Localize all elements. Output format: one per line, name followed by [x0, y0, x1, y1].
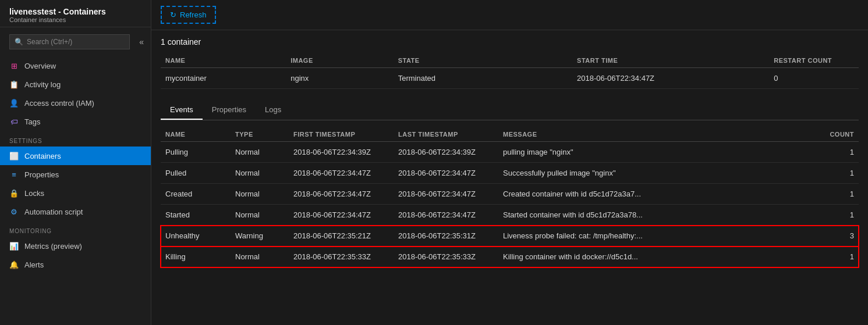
table-row[interactable]: Created Normal 2018-06-06T22:34:47Z 2018…: [161, 184, 859, 205]
cell-message: Started container with id d5c1d72a3a78..…: [498, 205, 825, 226]
sidebar-item-label: Properties: [24, 170, 59, 179]
alerts-icon: 🔔: [9, 260, 19, 269]
sidebar-item-locks[interactable]: 🔒 Locks: [0, 184, 151, 202]
cell-message: pulling image "nginx": [498, 142, 825, 163]
sidebar-item-label: Metrics (preview): [24, 242, 82, 251]
cell-ename: Started: [161, 205, 231, 226]
sidebar-item-label: Alerts: [24, 260, 44, 269]
cell-count: 1: [825, 163, 859, 184]
activity-icon: 📋: [9, 80, 19, 89]
tab-properties[interactable]: Properties: [203, 101, 256, 120]
col-header-first: FIRST TIMESTAMP: [289, 127, 394, 142]
col-header-image: IMAGE: [286, 53, 393, 68]
tags-icon: 🏷: [9, 117, 19, 126]
cell-ename: Pulled: [161, 163, 231, 184]
cell-type: Warning: [231, 226, 289, 247]
table-row[interactable]: Pulling Normal 2018-06-06T22:34:39Z 2018…: [161, 142, 859, 163]
cell-message: Killing container with id docker://d5c1d…: [498, 247, 825, 267]
collapse-button[interactable]: «: [137, 37, 146, 47]
search-bar[interactable]: 🔍: [9, 34, 130, 49]
cell-first-ts: 2018-06-06T22:35:33Z: [289, 247, 394, 267]
app-title: livenesstest - Containers: [9, 7, 141, 16]
container-count: 1 container: [161, 37, 859, 47]
tab-logs[interactable]: Logs: [256, 101, 290, 120]
col-header-msg: MESSAGE: [498, 127, 825, 142]
cell-last-ts: 2018-06-06T22:34:47Z: [394, 163, 498, 184]
cell-first-ts: 2018-06-06T22:34:47Z: [289, 163, 394, 184]
cell-starttime: 2018-06-06T22:34:47Z: [572, 68, 769, 89]
cell-type: Normal: [231, 247, 289, 267]
content-area: 1 container NAME IMAGE STATE START TIME …: [151, 30, 868, 325]
refresh-icon: ↻: [170, 10, 176, 19]
cell-message: Liveness probe failed: cat: /tmp/healthy…: [498, 226, 825, 247]
table-row[interactable]: Started Normal 2018-06-06T22:34:47Z 2018…: [161, 205, 859, 226]
cell-ename: Created: [161, 184, 231, 205]
sidebar-item-properties[interactable]: ≡ Properties: [0, 165, 151, 184]
sidebar-header: livenesstest - Containers Container inst…: [0, 0, 151, 27]
settings-section-label: SETTINGS: [0, 131, 151, 147]
cell-image: nginx: [286, 68, 393, 89]
cell-type: Normal: [231, 163, 289, 184]
col-header-type: TYPE: [231, 127, 289, 142]
table-row[interactable]: Unhealthy Warning 2018-06-06T22:35:21Z 2…: [161, 226, 859, 247]
sidebar-item-label: Activity log: [24, 80, 61, 89]
cell-restartcount: 0: [769, 68, 859, 89]
cell-first-ts: 2018-06-06T22:34:47Z: [289, 205, 394, 226]
sidebar-item-label: Tags: [24, 117, 40, 126]
cell-first-ts: 2018-06-06T22:34:39Z: [289, 142, 394, 163]
cell-ename: Pulling: [161, 142, 231, 163]
cell-count: 1: [825, 142, 859, 163]
sidebar-item-label: Locks: [24, 189, 44, 198]
metrics-icon: 📊: [9, 241, 19, 251]
table-row[interactable]: mycontainer nginx Terminated 2018-06-06T…: [161, 68, 859, 89]
cell-name: mycontainer: [161, 68, 286, 89]
cell-last-ts: 2018-06-06T22:35:33Z: [394, 247, 498, 267]
sidebar-item-automation[interactable]: ⚙ Automation script: [0, 202, 151, 221]
cell-count: 3: [825, 226, 859, 247]
cell-type: Normal: [231, 142, 289, 163]
search-input[interactable]: [27, 38, 125, 46]
sidebar-item-label: Overview: [24, 62, 56, 70]
sidebar-item-iam[interactable]: 👤 Access control (IAM): [0, 94, 151, 112]
col-header-ename: NAME: [161, 127, 231, 142]
cell-type: Normal: [231, 184, 289, 205]
sidebar-item-alerts[interactable]: 🔔 Alerts: [0, 255, 151, 274]
cell-message: Created container with id d5c1d72a3a7...: [498, 184, 825, 205]
containers-icon: ⬜: [9, 151, 19, 160]
col-header-count: COUNT: [825, 127, 859, 142]
container-table: NAME IMAGE STATE START TIME RESTART COUN…: [161, 53, 859, 89]
sidebar-item-label: Access control (IAM): [24, 99, 94, 108]
sidebar-item-tags[interactable]: 🏷 Tags: [0, 112, 151, 131]
sidebar-item-activity-log[interactable]: 📋 Activity log: [0, 75, 151, 94]
cell-message: Successfully pulled image "nginx": [498, 163, 825, 184]
cell-first-ts: 2018-06-06T22:35:21Z: [289, 226, 394, 247]
app-subtitle: Container instances: [9, 16, 141, 23]
cell-last-ts: 2018-06-06T22:34:47Z: [394, 205, 498, 226]
cell-state: Terminated: [394, 68, 572, 89]
sidebar-item-overview[interactable]: ⊞ Overview: [0, 56, 151, 75]
cell-ename: Unhealthy: [161, 226, 231, 247]
monitoring-section-label: MONITORING: [0, 221, 151, 237]
sidebar-item-metrics[interactable]: 📊 Metrics (preview): [0, 237, 151, 255]
table-row[interactable]: Killing Normal 2018-06-06T22:35:33Z 2018…: [161, 247, 859, 267]
iam-icon: 👤: [9, 98, 19, 108]
cell-last-ts: 2018-06-06T22:34:39Z: [394, 142, 498, 163]
col-header-name: NAME: [161, 53, 286, 68]
tabs: Events Properties Logs: [161, 101, 859, 120]
tab-events[interactable]: Events: [161, 101, 203, 120]
cell-last-ts: 2018-06-06T22:34:47Z: [394, 184, 498, 205]
toolbar: ↻ Refresh: [151, 0, 868, 30]
sidebar-item-label: Containers: [24, 152, 61, 160]
locks-icon: 🔒: [9, 188, 19, 198]
col-header-state: STATE: [394, 53, 572, 68]
sidebar-item-label: Automation script: [24, 208, 83, 216]
cell-type: Normal: [231, 205, 289, 226]
sidebar-item-containers[interactable]: ⬜ Containers: [0, 147, 151, 165]
cell-last-ts: 2018-06-06T22:35:31Z: [394, 226, 498, 247]
cell-count: 1: [825, 205, 859, 226]
col-header-restartcount: RESTART COUNT: [769, 53, 859, 68]
refresh-button[interactable]: ↻ Refresh: [161, 6, 216, 24]
grid-icon: ⊞: [9, 61, 19, 70]
sidebar: livenesstest - Containers Container inst…: [0, 0, 151, 325]
table-row[interactable]: Pulled Normal 2018-06-06T22:34:47Z 2018-…: [161, 163, 859, 184]
